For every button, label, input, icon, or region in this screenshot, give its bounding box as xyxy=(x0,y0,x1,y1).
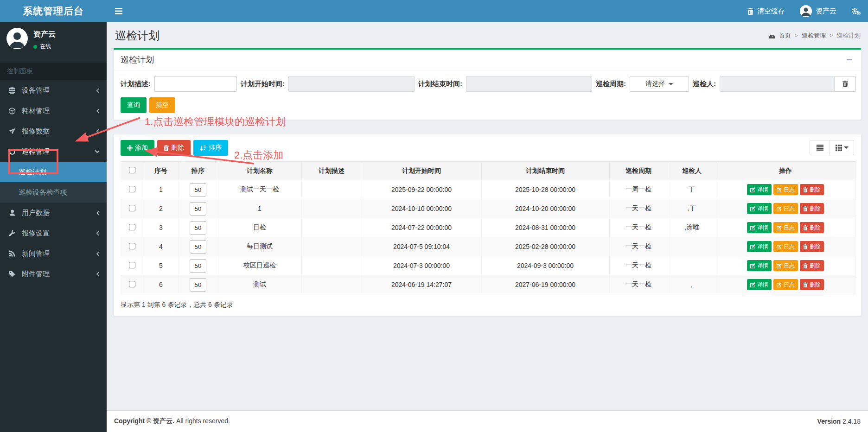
user-menu-label: 资产云 xyxy=(816,7,836,16)
cell-inspector xyxy=(668,237,716,256)
cell-seq: 4 xyxy=(144,237,178,256)
order-input[interactable] xyxy=(190,221,206,235)
chevron-left-icon xyxy=(96,251,100,256)
sidebar-item-user-data[interactable]: 用户数据 xyxy=(0,203,107,223)
row-checkbox[interactable] xyxy=(129,243,135,249)
online-status-icon xyxy=(33,45,37,49)
search-button[interactable]: 查询 xyxy=(121,97,147,113)
plan-desc-input[interactable] xyxy=(154,76,237,92)
cell-cycle: 一天一检 xyxy=(609,275,668,294)
cell-start-time: 2024-07-5 09:10:04 xyxy=(362,237,481,256)
sidebar-item-label: 报修数据 xyxy=(22,127,50,136)
cell-end-time: 2027-06-19 00:00:00 xyxy=(481,275,609,294)
detail-button[interactable]: 详情 xyxy=(747,203,772,214)
row-delete-button[interactable]: 删除 xyxy=(800,203,824,214)
edit-icon xyxy=(777,263,782,268)
row-delete-button[interactable]: 删除 xyxy=(800,279,824,290)
row-delete-button[interactable]: 删除 xyxy=(800,184,824,195)
plan-start-input[interactable] xyxy=(288,76,415,92)
sidebar-item-device-mgmt[interactable]: 设备管理 xyxy=(0,80,107,101)
order-input[interactable] xyxy=(190,259,206,273)
row-delete-button[interactable]: 删除 xyxy=(800,222,824,233)
delete-button-label: 删除 xyxy=(171,144,184,152)
add-button-label: 添加 xyxy=(135,144,148,152)
log-button[interactable]: 日志 xyxy=(773,222,798,233)
trash-icon xyxy=(747,8,753,15)
table-row: 3 日检 2024-07-22 00:00:00 2024-08-31 00:0… xyxy=(121,218,855,237)
row-checkbox[interactable] xyxy=(129,224,135,230)
cycle-select[interactable]: 请选择 xyxy=(630,76,689,92)
clear-button[interactable]: 清空 xyxy=(149,97,175,113)
edit-icon xyxy=(777,282,782,287)
edit-icon xyxy=(777,225,782,230)
sidebar-item-label: 用户数据 xyxy=(22,209,50,217)
sidebar-item-repair-data[interactable]: 报修数据 xyxy=(0,121,107,141)
row-checkbox[interactable] xyxy=(129,281,135,287)
copyright-rest: All rights reserved. xyxy=(174,417,230,425)
grid-view-button[interactable] xyxy=(830,140,854,155)
collapse-box-button[interactable] xyxy=(845,59,854,61)
order-input[interactable] xyxy=(190,278,206,292)
breadcrumb-home[interactable]: 首页 xyxy=(779,32,791,40)
sidebar-item-label: 新闻管理 xyxy=(22,249,50,258)
sidebar-item-repair-settings[interactable]: 报修设置 xyxy=(0,223,107,243)
sidebar-item-attachment-mgmt[interactable]: 附件管理 xyxy=(0,264,107,284)
log-button[interactable]: 日志 xyxy=(773,184,798,195)
log-button[interactable]: 日志 xyxy=(773,279,798,290)
user-icon xyxy=(7,210,17,216)
cell-plan-name: 测试 xyxy=(218,275,301,294)
log-button-label: 日志 xyxy=(784,224,795,232)
wrench-icon xyxy=(7,230,17,236)
app-brand[interactable]: 系统管理后台 xyxy=(0,0,107,22)
table-row: 4 每日测试 2024-07-5 09:10:04 2025-02-28 00:… xyxy=(121,237,855,256)
breadcrumb-inspection-mgmt[interactable]: 巡检管理 xyxy=(802,32,826,40)
chevron-left-icon xyxy=(96,231,100,236)
clear-cache-button[interactable]: 清空缓存 xyxy=(740,0,792,22)
user-menu[interactable]: 资产云 xyxy=(792,0,844,22)
cube-icon xyxy=(7,108,17,114)
delete-button[interactable]: 删除 xyxy=(157,140,191,156)
detail-button[interactable]: 详情 xyxy=(747,260,772,271)
edit-icon xyxy=(750,206,755,211)
cell-end-time: 2024-08-31 00:00:00 xyxy=(481,218,609,237)
order-input[interactable] xyxy=(190,202,206,216)
order-input[interactable] xyxy=(190,240,206,254)
chevron-left-icon xyxy=(96,88,100,93)
row-delete-button[interactable]: 删除 xyxy=(800,241,824,252)
row-checkbox[interactable] xyxy=(129,186,135,192)
row-checkbox[interactable] xyxy=(129,205,135,211)
order-input[interactable] xyxy=(190,183,206,197)
view-toggle-group xyxy=(810,140,854,155)
sidebar-item-consumables-mgmt[interactable]: 耗材管理 xyxy=(0,101,107,121)
inspector-input[interactable] xyxy=(720,76,835,92)
sidebar-item-news-mgmt[interactable]: 新闻管理 xyxy=(0,243,107,264)
log-button-label: 日志 xyxy=(784,281,795,289)
edit-icon xyxy=(750,225,755,230)
log-button[interactable]: 日志 xyxy=(773,203,798,214)
inspection-plan-table: 序号排序计划名称计划描述计划开始时间计划结束时间巡检周期巡检人操作 1 测试一天… xyxy=(121,161,855,294)
row-checkbox[interactable] xyxy=(129,262,135,268)
detail-button[interactable]: 详情 xyxy=(747,279,772,290)
sidebar-item-inspection-device-checkitems[interactable]: 巡检设备检查项 xyxy=(0,182,107,203)
settings-button[interactable] xyxy=(844,0,868,22)
log-button[interactable]: 日志 xyxy=(773,241,798,252)
detail-button-label: 详情 xyxy=(757,186,768,194)
plan-end-input[interactable] xyxy=(466,76,592,92)
column-header: 计划名称 xyxy=(218,162,301,180)
add-button[interactable]: 添加 xyxy=(121,140,154,156)
row-delete-button[interactable]: 删除 xyxy=(800,260,824,271)
sidebar-toggle-button[interactable] xyxy=(107,0,131,22)
detail-button[interactable]: 详情 xyxy=(747,241,772,252)
log-button[interactable]: 日志 xyxy=(773,260,798,271)
detail-button[interactable]: 详情 xyxy=(747,222,772,233)
list-view-button[interactable] xyxy=(810,140,830,155)
edit-icon xyxy=(750,187,755,192)
trash-icon xyxy=(803,282,808,287)
sort-button[interactable]: 排序 xyxy=(193,140,228,156)
inspector-clear-button[interactable] xyxy=(835,76,856,92)
copyright-text: Copyright © 资产云. All rights reserved. xyxy=(114,417,230,426)
cell-cycle: 一天一检 xyxy=(609,237,668,256)
select-all-checkbox[interactable] xyxy=(129,167,135,173)
cell-plan-name: 校区日巡检 xyxy=(218,256,301,275)
detail-button[interactable]: 详情 xyxy=(747,184,772,195)
